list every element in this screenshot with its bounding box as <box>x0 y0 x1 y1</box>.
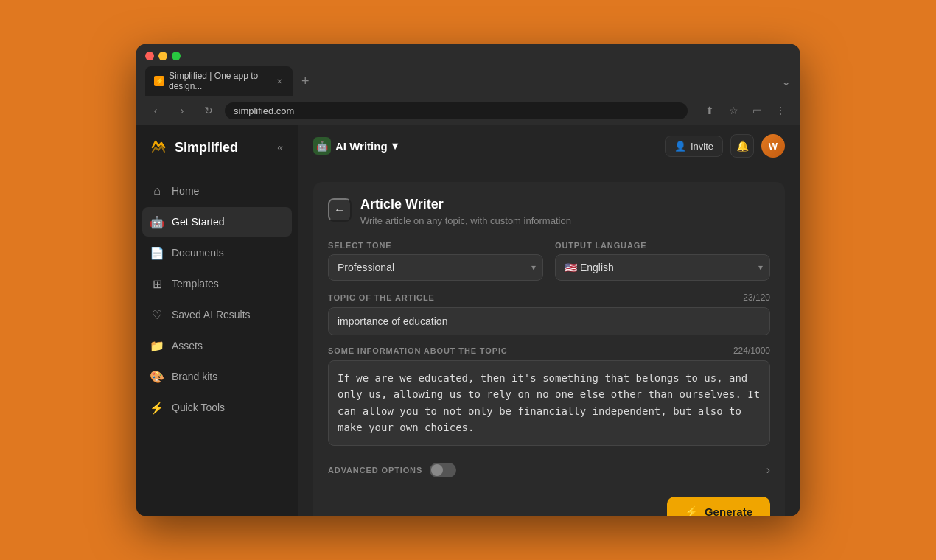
nav-icons: ⬆ ☆ ▭ ⋮ <box>699 100 791 121</box>
sidebar-label-documents: Documents <box>172 247 224 259</box>
sidebar-collapse-button[interactable]: « <box>274 139 286 156</box>
logo-icon <box>148 137 169 158</box>
tone-select[interactable]: Professional Casual Formal Friendly Humo… <box>328 254 543 281</box>
minimize-button[interactable] <box>158 52 167 60</box>
tab-close-button[interactable]: ✕ <box>276 76 284 86</box>
bookmark-icon[interactable]: ☆ <box>723 100 744 121</box>
toggle-thumb <box>431 464 443 476</box>
logo: Simplified <box>148 137 238 158</box>
generate-label: Generate <box>705 505 752 516</box>
app-layout: Simplified « ⌂ Home 🤖 Get Started 📄 Docu… <box>136 125 800 516</box>
tone-group: SELECT TONE Professional Casual Formal F… <box>328 241 543 281</box>
app-name: Simplified <box>175 140 238 155</box>
documents-icon: 📄 <box>150 245 164 260</box>
language-label: OUTPUT LANGUAGE <box>555 241 770 250</box>
templates-icon: ⊞ <box>150 276 164 291</box>
avatar[interactable]: W <box>761 134 785 158</box>
sidebar-label-brand-kits: Brand kits <box>172 371 217 382</box>
tone-language-row: SELECT TONE Professional Casual Formal F… <box>328 241 770 281</box>
quick-tools-icon: ⚡ <box>150 400 164 415</box>
browser-tab[interactable]: ⚡ Simplified | One app to design... ✕ <box>145 66 293 96</box>
sidebar-item-assets[interactable]: 📁 Assets <box>142 331 292 360</box>
header-right: 👤 Invite 🔔 W <box>665 134 785 158</box>
advanced-options-arrow-icon[interactable]: › <box>766 463 770 477</box>
advanced-options-toggle[interactable] <box>430 463 456 477</box>
share-icon[interactable]: ⬆ <box>699 100 720 121</box>
sidebar-item-saved[interactable]: ♡ Saved AI Results <box>142 300 292 329</box>
sidebar-item-home[interactable]: ⌂ Home <box>142 176 292 206</box>
topic-char-count: 23/120 <box>743 293 770 303</box>
info-label: SOME INFORMATION ABOUT THE TOPIC <box>328 346 508 355</box>
sidebar-label-saved: Saved AI Results <box>172 309 251 321</box>
forward-nav-button[interactable]: › <box>172 100 192 121</box>
tab-overflow-button[interactable]: ⌄ <box>781 74 791 88</box>
article-writer-card: ← Article Writer Write article on any to… <box>313 182 785 516</box>
browser-chrome: ⚡ Simplified | One app to design... ✕ + … <box>136 44 800 96</box>
topic-group: TOPIC OF THE ARTICLE 23/120 <box>328 293 770 335</box>
assets-icon: 📁 <box>150 338 164 353</box>
info-group: SOME INFORMATION ABOUT THE TOPIC 224/100… <box>328 346 770 449</box>
reader-mode-icon[interactable]: ▭ <box>747 100 767 121</box>
traffic-lights <box>145 52 791 60</box>
info-label-row: SOME INFORMATION ABOUT THE TOPIC 224/100… <box>328 346 770 356</box>
topic-label: TOPIC OF THE ARTICLE <box>328 293 435 302</box>
advanced-options-row: ADVANCED OPTIONS › <box>328 455 770 485</box>
header-left: 🤖 AI Writing ▾ <box>313 137 398 155</box>
main-content: 🤖 AI Writing ▾ 👤 Invite 🔔 W <box>298 125 800 516</box>
sidebar-label-templates: Templates <box>172 278 219 290</box>
refresh-button[interactable]: ↻ <box>198 100 219 121</box>
sidebar-item-quick-tools[interactable]: ⚡ Quick Tools <box>142 393 292 422</box>
brand-kits-icon: 🎨 <box>150 369 164 384</box>
notifications-button[interactable]: 🔔 <box>730 134 754 158</box>
generate-button[interactable]: ⚡ Generate <box>667 497 770 516</box>
back-arrow-icon: ← <box>334 203 346 217</box>
card-title-group: Article Writer Write article on any topi… <box>360 197 571 226</box>
ai-writing-icon: 🤖 <box>313 137 331 155</box>
ai-writing-dropdown-icon: ▾ <box>392 139 398 153</box>
home-icon: ⌂ <box>150 183 164 198</box>
browser-nav: ‹ › ↻ simplified.com ⬆ ☆ ▭ ⋮ <box>136 96 800 125</box>
back-nav-button[interactable]: ‹ <box>145 100 166 121</box>
language-select-wrapper: 🇺🇸 English 🇪🇸 Spanish 🇫🇷 French 🇩🇪 Germa… <box>555 254 770 281</box>
ai-writing-label: AI Writing <box>335 140 388 153</box>
sidebar-label-quick-tools: Quick Tools <box>172 402 225 413</box>
article-writer-title: Article Writer <box>360 197 571 212</box>
invite-label: Invite <box>691 141 713 152</box>
get-started-icon: 🤖 <box>150 214 164 229</box>
topic-input[interactable] <box>328 307 770 335</box>
language-select[interactable]: 🇺🇸 English 🇪🇸 Spanish 🇫🇷 French 🇩🇪 Germa… <box>555 254 770 281</box>
address-bar[interactable]: simplified.com <box>225 102 688 119</box>
back-button[interactable]: ← <box>328 198 352 222</box>
sidebar-label-assets: Assets <box>172 340 203 351</box>
sidebar: Simplified « ⌂ Home 🤖 Get Started 📄 Docu… <box>136 125 298 516</box>
sidebar-item-brand-kits[interactable]: 🎨 Brand kits <box>142 362 292 391</box>
topic-label-row: TOPIC OF THE ARTICLE 23/120 <box>328 293 770 303</box>
generate-bolt-icon: ⚡ <box>685 505 699 516</box>
maximize-button[interactable] <box>172 52 181 60</box>
main-header: 🤖 AI Writing ▾ 👤 Invite 🔔 W <box>298 125 800 167</box>
invite-user-icon: 👤 <box>674 141 686 152</box>
sidebar-item-templates[interactable]: ⊞ Templates <box>142 269 292 298</box>
address-text: simplified.com <box>234 105 294 116</box>
info-char-count: 224/1000 <box>733 346 770 356</box>
saved-icon: ♡ <box>150 307 164 322</box>
generate-button-row: ⚡ Generate <box>328 497 770 516</box>
sidebar-navigation: ⌂ Home 🤖 Get Started 📄 Documents ⊞ Templ… <box>136 167 298 516</box>
sidebar-label-get-started: Get Started <box>172 216 225 228</box>
bell-icon: 🔔 <box>736 140 749 152</box>
close-button[interactable] <box>145 52 154 60</box>
new-tab-button[interactable]: + <box>297 74 314 89</box>
language-group: OUTPUT LANGUAGE 🇺🇸 English 🇪🇸 Spanish 🇫🇷… <box>555 241 770 281</box>
tab-bar: ⚡ Simplified | One app to design... ✕ + … <box>145 66 791 96</box>
advanced-options-left: ADVANCED OPTIONS <box>328 463 456 477</box>
tone-label: SELECT TONE <box>328 241 543 250</box>
invite-button[interactable]: 👤 Invite <box>665 136 723 157</box>
card-header: ← Article Writer Write article on any to… <box>328 197 770 226</box>
sidebar-item-documents[interactable]: 📄 Documents <box>142 238 292 267</box>
avatar-initials: W <box>769 141 778 152</box>
more-options-icon[interactable]: ⋮ <box>770 100 791 121</box>
sidebar-label-home: Home <box>172 185 199 197</box>
info-textarea[interactable]: If we are we educated, then it's somethi… <box>328 360 770 446</box>
ai-writing-menu-button[interactable]: 🤖 AI Writing ▾ <box>313 137 398 155</box>
sidebar-item-get-started[interactable]: 🤖 Get Started <box>142 207 292 237</box>
